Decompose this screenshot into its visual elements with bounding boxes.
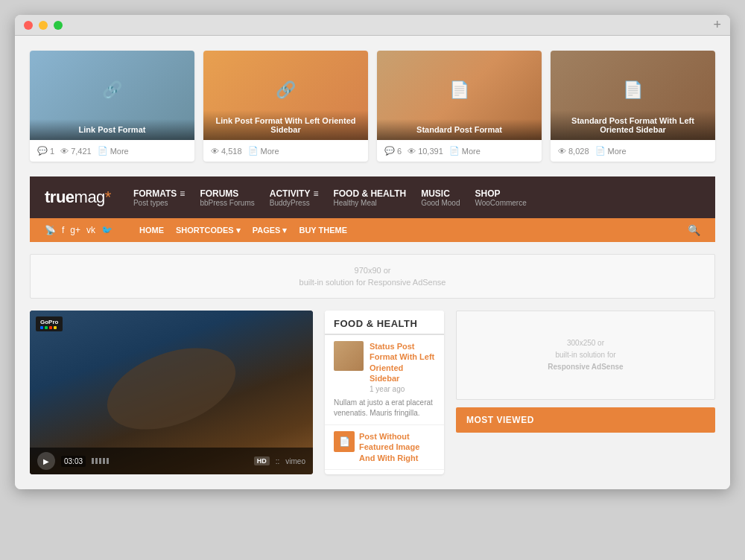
most-viewed-button[interactable]: MOST VIEWED [456,407,715,433]
prog-line-2 [95,458,98,464]
googleplus-icon[interactable]: g+ [70,225,80,235]
sidebar-header: FOOD & HEALTH [325,311,444,335]
card-image-4: 📄 Standard Post Format With Left Oriente… [551,51,715,140]
post-thumbnail-1 [334,341,364,371]
card-meta-2: 👁 4,518 📄 More [203,140,368,162]
close-button[interactable] [24,21,33,30]
video-player[interactable]: GoPro ▶ 03:03 [30,311,313,474]
post-desc-1: Nullam at justo a erat placerat venenati… [334,398,435,419]
browser-window: + 🔗 Link Post Format 💬 1 👁 7,421 📄 More [15,15,730,489]
view-count-3: 👁 10,391 [408,147,443,156]
nav-label-music: MUSIC [421,188,450,199]
nav-label-shop: SHOP [475,188,500,199]
link-icon-2: 🔗 [276,80,296,100]
search-icon[interactable]: 🔍 [688,224,700,236]
post-title-2: Post Without Featured Image And With Rig… [359,431,435,463]
card-title-1: Link Post Format [30,119,194,140]
comment-count-3: 💬 6 [384,146,402,156]
page-links: HOME SHORTCODES ▾ PAGES ▾ BUY THEME [124,226,676,235]
nav-item-formats[interactable]: FORMATS ≡ Post types [133,188,185,207]
nav-sub-food: Healthy Meal [333,199,406,207]
ad-banner-top: 970x90 or built-in solution for Responsi… [30,254,715,299]
nav-item-activity[interactable]: ACTIVITY ≡ BuddyPress [270,188,319,207]
video-silhouette [96,333,247,445]
comment-count-1: 💬 1 [37,146,54,156]
prog-line-3 [99,458,101,464]
post-card-2[interactable]: 🔗 Link Post Format With Left Oriented Si… [203,51,368,162]
minimize-button[interactable] [39,21,48,30]
card-title-3: Standard Post Format [377,119,542,140]
right-column: 300x250 or built-in solution for Respons… [456,311,715,474]
divider: :: [276,457,280,465]
post-time-1: 1 year ago [370,385,435,393]
video-progress-bar[interactable] [92,458,248,464]
video-timestamp: 03:03 [61,456,86,467]
nav-item-food[interactable]: FOOD & HEALTH Healthy Meal [333,188,406,207]
card-title-2: Link Post Format With Left Oriented Side… [203,110,368,140]
logo-text: mag [74,188,105,206]
post-card-4[interactable]: 📄 Standard Post Format With Left Oriente… [551,51,715,162]
nav-sub-forums: bbPress Forums [200,199,254,207]
site-logo[interactable]: truemag* [45,188,111,207]
shortcodes-link[interactable]: SHORTCODES ▾ [176,226,241,235]
facebook-icon[interactable]: f [62,225,64,235]
gopro-dot-green [45,326,48,329]
view-count-4: 👁 8,028 [558,147,589,156]
more-link-3[interactable]: 📄 More [449,146,481,156]
maximize-button[interactable] [54,21,63,30]
nav-item-forums[interactable]: FORUMS bbPress Forums [200,188,254,207]
video-content [30,333,313,445]
nav-label-forums: FORUMS [200,188,238,199]
ad-side-text: 300x250 or built-in solution for Respons… [548,337,623,373]
hd-label: HD [254,456,270,465]
card-meta-4: 👁 8,028 📄 More [551,140,715,162]
post-card-1[interactable]: 🔗 Link Post Format 💬 1 👁 7,421 📄 More [30,51,194,162]
more-link-2[interactable]: 📄 More [248,146,279,156]
play-button[interactable]: ▶ [37,452,55,470]
more-link-1[interactable]: 📄 More [98,146,129,156]
sidebar-post-1[interactable]: Status Post Format With Left Oriented Si… [325,335,444,425]
view-count-1: 👁 7,421 [60,147,92,156]
view-count-2: 👁 4,518 [211,147,242,156]
document-icon-3: 📄 [449,80,469,100]
food-health-sidebar: FOOD & HEALTH Status Post Format With Le… [325,311,444,474]
post-icon-2: 📄 [334,431,355,452]
more-link-4[interactable]: 📄 More [595,146,627,156]
gopro-dot-red [49,326,52,329]
gopro-dot-yellow [54,326,57,329]
main-content: 🔗 Link Post Format 💬 1 👁 7,421 📄 More 🔗 … [15,36,730,489]
card-meta-3: 💬 6 👁 10,391 📄 More [377,140,542,162]
nav-sub-formats: Post types [133,199,185,207]
post-info-1: Status Post Format With Left Oriented Si… [370,341,435,395]
twitter-icon[interactable]: 🐦 [101,225,112,235]
new-tab-button[interactable]: + [713,17,721,33]
post-card-3[interactable]: 📄 Standard Post Format 💬 6 👁 10,391 📄 Mo… [377,51,542,162]
nav-item-shop[interactable]: SHOP WooCommerce [475,188,526,207]
nav-label-activity: ACTIVITY ≡ [270,188,319,199]
cards-row: 🔗 Link Post Format 💬 1 👁 7,421 📄 More 🔗 … [30,51,715,162]
ad-side-box: 300x250 or built-in solution for Respons… [456,311,715,400]
card-title-4: Standard Post Format With Left Oriented … [551,110,715,140]
activity-icon: ≡ [313,188,318,199]
card-image-2: 🔗 Link Post Format With Left Oriented Si… [203,51,368,140]
sidebar-post-2[interactable]: 📄 Post Without Featured Image And With R… [325,425,444,470]
nav-sub-music: Good Mood [421,199,460,207]
logo-star: * [105,188,111,206]
buy-theme-link[interactable]: BUY THEME [299,226,347,235]
vk-icon[interactable]: vk [86,225,95,235]
nav-sub-activity: BuddyPress [270,199,319,207]
nav-sub-shop: WooCommerce [475,199,526,207]
nav-item-music[interactable]: MUSIC Good Mood [421,188,460,207]
formats-icon: ≡ [180,188,185,199]
pages-link[interactable]: PAGES ▾ [253,226,288,235]
home-link[interactable]: HOME [139,226,164,235]
gopro-logo: GoPro [36,316,63,331]
prog-line-4 [103,458,105,464]
rss-icon[interactable]: 📡 [45,225,56,235]
vimeo-label: vimeo [285,457,305,465]
prog-line-1 [92,458,94,464]
card-image-3: 📄 Standard Post Format [377,51,542,140]
lower-section: GoPro ▶ 03:03 [30,311,715,474]
social-links: 📡 f g+ vk 🐦 [45,225,112,235]
sidebar-title: FOOD & HEALTH [334,318,435,329]
